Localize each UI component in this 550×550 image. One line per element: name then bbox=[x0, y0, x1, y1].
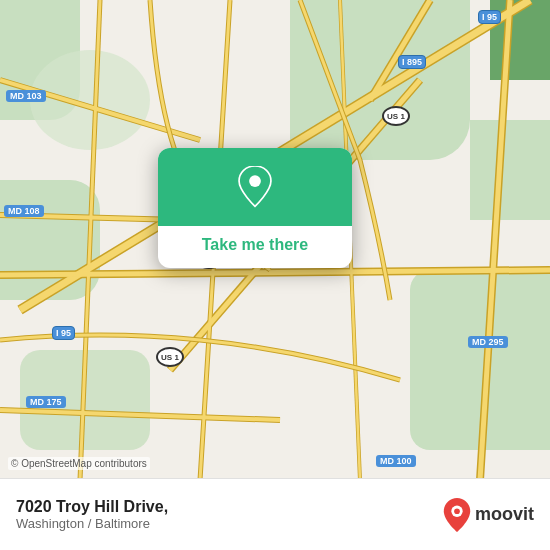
svg-point-23 bbox=[249, 175, 261, 187]
svg-point-25 bbox=[454, 508, 460, 514]
location-popup: Take me there bbox=[158, 148, 352, 268]
road-label-i95-top: I 95 bbox=[478, 10, 501, 24]
take-me-there-button[interactable]: Take me there bbox=[202, 236, 308, 254]
road-label-md100-bottom: MD 100 bbox=[376, 455, 416, 467]
moovit-pin-icon bbox=[443, 498, 471, 532]
bottom-bar: 7020 Troy Hill Drive, Washington / Balti… bbox=[0, 478, 550, 550]
road-label-md108: MD 108 bbox=[4, 205, 44, 217]
map-attribution: © OpenStreetMap contributors bbox=[8, 457, 150, 470]
svg-line-19 bbox=[80, 0, 100, 480]
road-label-md103: MD 103 bbox=[6, 90, 46, 102]
road-label-i95-bottom: I 95 bbox=[52, 326, 75, 340]
svg-line-16 bbox=[0, 410, 280, 420]
road-label-us1-bottom: US 1 bbox=[156, 347, 184, 367]
road-label-md175: MD 175 bbox=[26, 396, 66, 408]
address-section: 7020 Troy Hill Drive, Washington / Balti… bbox=[16, 498, 168, 531]
popup-green-header bbox=[158, 148, 352, 226]
popup-white-body: Take me there bbox=[158, 226, 352, 268]
location-pin-icon bbox=[234, 166, 276, 208]
road-label-us1-top: US 1 bbox=[382, 106, 410, 126]
moovit-brand-text: moovit bbox=[475, 504, 534, 525]
svg-line-12 bbox=[370, 0, 430, 100]
address-line1: 7020 Troy Hill Drive, bbox=[16, 498, 168, 516]
svg-line-15 bbox=[480, 0, 510, 480]
road-label-i895: I 895 bbox=[398, 55, 426, 69]
moovit-logo: moovit bbox=[443, 498, 534, 532]
address-line2: Washington / Baltimore bbox=[16, 516, 168, 531]
road-label-md295: MD 295 bbox=[468, 336, 508, 348]
map-container: I 95 I 895 US 1 MD 103 MD 108 US 1 US 1 … bbox=[0, 0, 550, 550]
